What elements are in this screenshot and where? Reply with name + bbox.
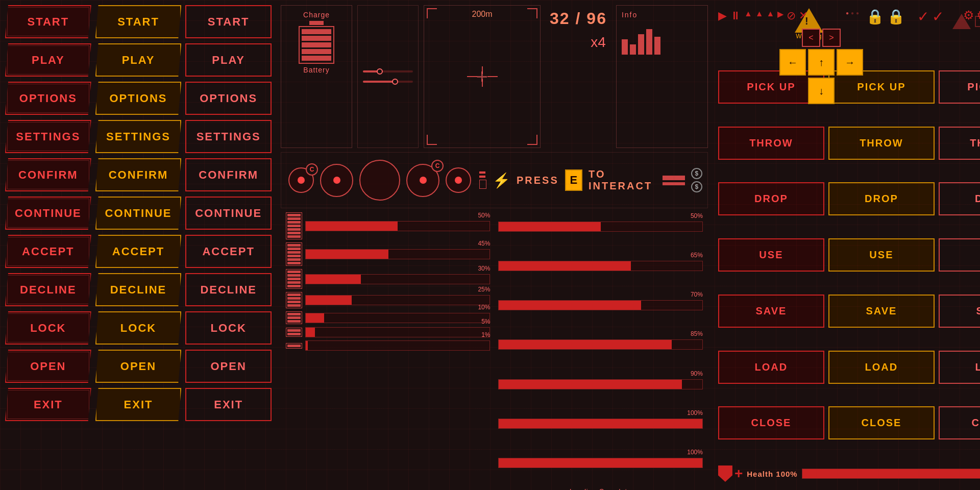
shield-plus-group: + [718, 465, 743, 482]
use-button-outline[interactable]: USE [939, 238, 980, 272]
settings-button-outline[interactable]: SETTINGS [185, 120, 272, 153]
options-button-red[interactable]: OPTIONS [5, 82, 91, 115]
prog-label-3: 25% [478, 286, 490, 293]
drop-button-orange[interactable]: DROP [828, 182, 935, 215]
drop-button-red[interactable]: DROP [718, 182, 824, 215]
battery-label: Battery [303, 66, 329, 74]
progress-section: 50% 45% [281, 212, 708, 485]
arrow-right-key[interactable]: → [837, 49, 863, 76]
decline-button-orange[interactable]: DECLINE [95, 273, 182, 306]
prog-bar-3: 25% [305, 295, 490, 305]
arrow-up-key[interactable]: ↑ [808, 49, 835, 76]
open-button-outline[interactable]: OPEN [185, 350, 272, 383]
open-button-red[interactable]: OPEN [5, 350, 91, 383]
skill-circle-1[interactable]: C [288, 167, 314, 193]
corner-br [527, 135, 537, 145]
s-badge-2: $ [691, 181, 702, 192]
play-button-outline[interactable]: PLAY [185, 43, 272, 77]
skill-row: C C [281, 152, 708, 208]
button-column-orange: START PLAY OPTIONS SETTINGS CONFIRM CONT… [95, 5, 182, 485]
lock-button-outline[interactable]: LOCK [185, 311, 272, 345]
arrow-left-key[interactable]: ← [779, 49, 806, 76]
exit-button-outline[interactable]: EXIT [185, 388, 272, 421]
slider-1[interactable] [363, 70, 413, 72]
e-key[interactable]: E [565, 169, 582, 191]
confirm-button-outline[interactable]: CONFIRM [185, 158, 272, 191]
pickup-button-outline[interactable]: PICK UP [939, 70, 980, 104]
mini-bat-3 [286, 292, 302, 308]
throw-button-orange[interactable]: THROW [828, 127, 935, 160]
settings-button-orange[interactable]: SETTINGS [95, 120, 182, 153]
prog-bar-r4: 90% [498, 379, 702, 406]
slider-2[interactable] [363, 81, 413, 83]
throw-button-red[interactable]: THROW [718, 127, 824, 160]
continue-button-orange[interactable]: CONTINUE [95, 197, 182, 230]
button-column-outline: START PLAY OPTIONS SETTINGS CONFIRM CONT… [185, 5, 272, 485]
corner-bl [427, 135, 437, 145]
decline-button-red[interactable]: DECLINE [5, 273, 91, 306]
lock-button-red[interactable]: LOCK [5, 311, 91, 345]
prog-label-r2: 70% [691, 291, 703, 298]
dots-row: ● ● ● [846, 10, 859, 16]
exit-button-red[interactable]: EXIT [5, 388, 91, 421]
health-track [802, 469, 980, 479]
battery-widget: Charge Battery [281, 5, 352, 148]
save-button-red[interactable]: SAVE [718, 295, 824, 328]
load-button-outline[interactable]: LOAD [939, 351, 980, 384]
corner-tl [427, 8, 437, 18]
start-button-red[interactable]: START [5, 5, 91, 38]
plus-icon: + [734, 465, 743, 482]
play-button-red[interactable]: PLAY [5, 43, 91, 77]
open-button-orange[interactable]: OPEN [95, 350, 182, 383]
decline-button-outline[interactable]: DECLINE [185, 273, 272, 306]
arrow-down-key[interactable]: ↓ [808, 78, 835, 104]
save-button-outline[interactable]: SAVE [939, 295, 980, 328]
close-button-orange[interactable]: CLOSE [828, 406, 935, 439]
accept-button-outline[interactable]: ACCEPT [185, 235, 272, 268]
skill-circle-4[interactable]: C [406, 164, 439, 197]
skill-circle-3[interactable] [359, 160, 400, 201]
continue-button-outline[interactable]: CONTINUE [185, 197, 272, 230]
use-button-red[interactable]: USE [718, 238, 824, 272]
load-button-orange[interactable]: LOAD [828, 351, 935, 384]
checkmark-1: ✓ [917, 8, 929, 25]
nav-prev-button[interactable]: < [802, 29, 820, 47]
health-bar-area: + Health 100% [713, 462, 980, 485]
deco-row-1: Target [952, 9, 980, 34]
prog-bar-r3: 85% [498, 339, 702, 366]
throw-button-outline[interactable]: THROW [939, 127, 980, 160]
load-button-red[interactable]: LOAD [718, 351, 824, 384]
prog-label-r5: 100% [687, 409, 703, 416]
s-badge-1: $ [691, 168, 702, 179]
save-button-orange[interactable]: SAVE [828, 295, 935, 328]
confirm-button-red[interactable]: CONFIRM [5, 158, 91, 191]
to-interact-text: TO INTERACT [589, 168, 656, 192]
c-badge-2: C [431, 160, 444, 172]
prog-row-2: 30% [286, 269, 490, 289]
play-button-orange[interactable]: PLAY [95, 43, 182, 77]
accept-button-red[interactable]: ACCEPT [5, 235, 91, 268]
skill-circle-5[interactable] [446, 167, 471, 193]
arrow-key-row-2: ↓ [808, 78, 835, 104]
start-button-orange[interactable]: START [95, 5, 182, 38]
use-button-orange[interactable]: USE [828, 238, 935, 272]
continue-button-red[interactable]: CONTINUE [5, 197, 91, 230]
accept-button-orange[interactable]: ACCEPT [95, 235, 182, 268]
confirm-button-orange[interactable]: CONFIRM [95, 158, 182, 191]
options-button-outline[interactable]: OPTIONS [185, 82, 272, 115]
drop-button-outline[interactable]: DROP [939, 182, 980, 215]
skill-circle-2[interactable] [320, 164, 353, 197]
options-button-orange[interactable]: OPTIONS [95, 82, 182, 115]
close-button-outline[interactable]: CLOSE [939, 406, 980, 439]
prog-bar-0: 50% [305, 221, 490, 231]
prog-label-5: 5% [481, 318, 490, 325]
prog-label-r0: 50% [691, 212, 703, 219]
hud-top: Charge Battery [281, 5, 708, 148]
exit-button-orange[interactable]: EXIT [95, 388, 182, 421]
lock-button-orange[interactable]: LOCK [95, 311, 182, 345]
close-button-red[interactable]: CLOSE [718, 406, 824, 439]
play-icon: ▶ [718, 9, 727, 22]
start-button-outline[interactable]: START [185, 5, 272, 38]
settings-button-red[interactable]: SETTINGS [5, 120, 91, 153]
nav-next-button[interactable]: > [822, 29, 841, 47]
